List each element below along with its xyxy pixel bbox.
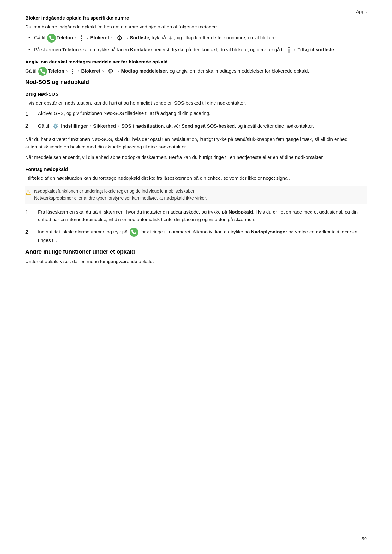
gear-blocked-icon-1: ⚙ [115,34,124,43]
block-bullet-2: På skærmen Telefon skal du trykke på fan… [28,46,367,53]
sos-steps-list: 1 Aktivér GPS, og giv funktionen Nød-SOS… [25,110,367,131]
plus-icon-1: ＋ [168,33,173,43]
nodopkald-steps-list: 1 Fra låseskærmen skal du gå til skærmen… [25,208,367,244]
dots-icon-1 [79,35,84,41]
indstillinger-label: Indstillinger [61,123,88,129]
telefon-label-3: Telefon [48,68,64,74]
sos-body-3: Når meddelelsen er sendt, vil din enhed … [25,154,367,161]
kontakter-label: Kontakter [130,47,152,52]
phone-icon-1 [47,34,56,43]
modtag-meddelelser-label: Modtag meddelelser [121,68,167,74]
gear-blocked-icon-2: ⚙ [106,67,115,76]
andre-main-heading: Andre mulige funktioner under et opkald [25,249,367,255]
andre-body: Under et opkald vises der en menu for ig… [25,258,367,265]
brug-nod-sos-body: Hvis der opstår en nødsituation, kan du … [25,99,367,106]
warning-text-2: Netværksproblemer eller andre typer fors… [34,196,207,201]
nodopkald-step-num-1: 1 [25,208,28,217]
step-num-1: 1 [25,110,28,118]
sos-label: SOS i nødsituation [121,123,164,129]
arrow-1: › [75,35,77,40]
blokeret-label-1: Blokeret [90,35,109,40]
block-bullet-1: Gå til Telefon › › Blokeret › ⚙ › Sortli… [28,33,367,43]
foretag-heading: Foretag nødopkald [25,166,367,172]
block-section-heading: Bloker indgående opkald fra specifikke n… [25,15,367,21]
notifications-body: Gå til Telefon › › Blokeret › ⚙ › Modtag… [25,67,367,76]
sos-section: Nød-SOS og nødopkald Brug Nød-SOS Hvis d… [25,79,367,244]
dots-icon-2 [287,47,291,53]
warning-text-container: Nødopkaldsfunktionen er underlagt lokale… [34,188,207,202]
arrow-5: › [294,47,296,52]
dots-icon-3 [70,68,75,75]
page-number: 59 [361,536,367,541]
andre-section: Andre mulige funktioner under et opkald … [25,249,367,265]
arrow-3: › [111,35,113,40]
apps-label: Apps [356,9,367,14]
blokeret-label-2: Blokeret [81,68,100,74]
nodopkald-step-2: 2 Indtast det lokale alarmnummer, og try… [25,228,367,244]
phone-icon-2 [38,67,47,76]
foretag-body: I tilfælde af en nødsituation kan du for… [25,174,367,182]
notifications-heading: Angiv, om der skal modtages meddelelser … [25,59,367,64]
tilfoj-sortliste-label: Tilføj til sortliste [298,47,334,52]
block-section: Bloker indgående opkald fra specifikke n… [25,15,367,53]
arrow-8: › [102,69,104,74]
warning-icon: ⚠ [25,189,31,196]
sos-step-2: 2 Gå til ⚙️Indstillinger › Sikkerhed › S… [25,122,367,131]
arrow-10: › [90,123,91,129]
arrow-11: › [118,123,119,129]
sos-step-1: 1 Aktivér GPS, og giv funktionen Nød-SOS… [25,110,367,117]
brug-nod-sos-block: Brug Nød-SOS Hvis der opstår en nødsitua… [25,91,367,161]
page-container: Apps Bloker indgående opkald fra specifi… [0,0,392,554]
notifications-section: Angiv, om der skal modtages meddelelser … [25,59,367,76]
arrow-7: › [78,69,80,74]
nodoplysninger-label: Nødoplysninger [251,229,287,234]
step-num-2: 2 [25,122,28,130]
block-bullet-list: Gå til Telefon › › Blokeret › ⚙ › Sortli… [28,33,367,53]
warning-block: ⚠ Nødopkaldsfunktionen er underlagt loka… [25,186,367,203]
arrow-6: › [66,69,68,74]
warning-text-1: Nødopkaldsfunktionen er underlagt lokale… [34,189,196,194]
arrow-2: › [87,35,88,40]
block-section-intro: Du kan blokere indgående opkald fra best… [25,23,367,30]
sos-step-1-text: Aktivér GPS, og giv funktionen Nød-SOS t… [38,111,210,116]
arrow-9: › [118,69,119,74]
sortliste-label: Sortliste [130,35,149,40]
nodopkald-label: Nødopkald [229,209,253,214]
send-sos-label: Send også SOS-besked [182,123,235,129]
sos-body-2: Når du har aktiveret funktionen Nød-SOS,… [25,135,367,150]
nodopkald-step-1: 1 Fra låseskærmen skal du gå til skærmen… [25,208,367,223]
arrow-4: › [127,35,128,40]
settings-icon-main: ⚙️ [51,122,60,131]
sos-main-heading: Nød-SOS og nødopkald [25,79,367,86]
nodopkald-step-num-2: 2 [25,228,28,236]
brug-nod-sos-heading: Brug Nød-SOS [25,91,367,97]
telefon-label-1: Telefon [57,35,73,40]
phone-icon-step2 [130,228,138,237]
sikkerhed-label: Sikkerhed [93,123,116,129]
telefon-label-2: Telefon [62,47,79,52]
foretag-nodopkald-block: Foretag nødopkald I tilfælde af en nødsi… [25,166,367,244]
